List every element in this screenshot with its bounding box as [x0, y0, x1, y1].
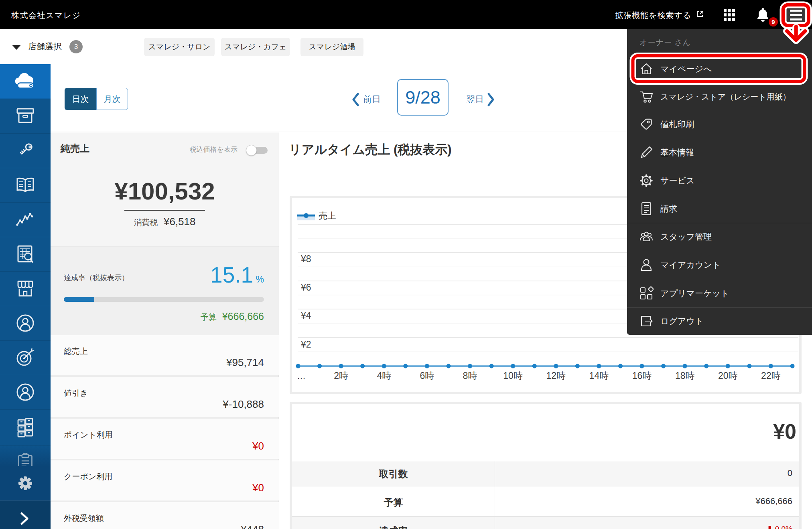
svg-text:¥8: ¥8 [300, 254, 311, 264]
svg-text:8時: 8時 [463, 370, 477, 381]
svg-text:…: … [297, 371, 306, 381]
svg-text:¥2: ¥2 [300, 339, 311, 350]
svg-text:20時: 20時 [718, 370, 738, 381]
svg-text:14時: 14時 [589, 370, 609, 381]
svg-text:売上: 売上 [319, 211, 336, 221]
svg-text:¥4: ¥4 [300, 310, 311, 321]
svg-text:4時: 4時 [377, 370, 391, 381]
svg-text:18時: 18時 [675, 370, 695, 381]
svg-text:16時: 16時 [632, 370, 652, 381]
svg-text:6時: 6時 [420, 370, 434, 381]
svg-text:¥6: ¥6 [300, 282, 311, 293]
svg-text:12時: 12時 [546, 370, 566, 381]
svg-text:22時: 22時 [761, 370, 781, 381]
svg-text:2時: 2時 [334, 370, 348, 381]
svg-text:10時: 10時 [503, 370, 523, 381]
